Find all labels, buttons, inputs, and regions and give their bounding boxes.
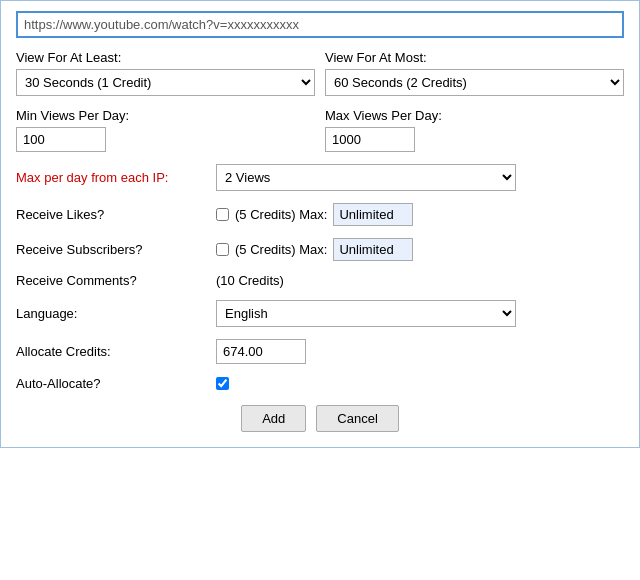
min-views-col: Min Views Per Day: — [16, 108, 315, 152]
language-row: Language: English Spanish French German … — [16, 300, 624, 327]
receive-subscribers-label: Receive Subscribers? — [16, 242, 216, 257]
max-views-input[interactable] — [325, 127, 415, 152]
main-form: View For At Least: 30 Seconds (1 Credit)… — [0, 0, 640, 448]
add-button[interactable]: Add — [241, 405, 306, 432]
receive-likes-max-input[interactable] — [333, 203, 413, 226]
receive-likes-row: Receive Likes? (5 Credits) Max: — [16, 203, 624, 226]
form-buttons: Add Cancel — [16, 405, 624, 432]
url-row — [16, 11, 624, 38]
allocate-credits-label: Allocate Credits: — [16, 344, 216, 359]
url-input[interactable] — [16, 11, 624, 38]
receive-comments-label: Receive Comments? — [16, 273, 216, 288]
auto-allocate-checkbox[interactable] — [216, 377, 229, 390]
receive-subscribers-checkbox[interactable] — [216, 243, 229, 256]
max-per-ip-select[interactable]: 2 Views 1 View 3 Views 4 Views 5 Views — [216, 164, 516, 191]
max-views-label: Max Views Per Day: — [325, 108, 624, 123]
language-label: Language: — [16, 306, 216, 321]
max-per-ip-label: Max per day from each IP: — [16, 170, 216, 185]
auto-allocate-row: Auto-Allocate? — [16, 376, 624, 391]
max-per-ip-row: Max per day from each IP: 2 Views 1 View… — [16, 164, 624, 191]
views-per-day-row: Min Views Per Day: Max Views Per Day: — [16, 108, 624, 152]
min-views-input[interactable] — [16, 127, 106, 152]
view-at-least-col: View For At Least: 30 Seconds (1 Credit)… — [16, 50, 315, 96]
receive-subscribers-group: (5 Credits) Max: — [216, 238, 624, 261]
view-at-least-select[interactable]: 30 Seconds (1 Credit) 10 Seconds (1 Cred… — [16, 69, 315, 96]
auto-allocate-label: Auto-Allocate? — [16, 376, 216, 391]
max-views-col: Max Views Per Day: — [325, 108, 624, 152]
allocate-credits-input[interactable] — [216, 339, 306, 364]
receive-subscribers-row: Receive Subscribers? (5 Credits) Max: — [16, 238, 624, 261]
receive-subscribers-max-input[interactable] — [333, 238, 413, 261]
receive-likes-checkbox[interactable] — [216, 208, 229, 221]
max-per-ip-select-wrap: 2 Views 1 View 3 Views 4 Views 5 Views — [216, 164, 624, 191]
receive-subscribers-credits: (5 Credits) Max: — [235, 242, 327, 257]
receive-comments-row: Receive Comments? (10 Credits) — [16, 273, 624, 288]
min-views-label: Min Views Per Day: — [16, 108, 315, 123]
receive-likes-group: (5 Credits) Max: — [216, 203, 624, 226]
view-duration-row: View For At Least: 30 Seconds (1 Credit)… — [16, 50, 624, 96]
view-at-least-label: View For At Least: — [16, 50, 315, 65]
view-at-most-label: View For At Most: — [325, 50, 624, 65]
receive-likes-credits: (5 Credits) Max: — [235, 207, 327, 222]
receive-likes-label: Receive Likes? — [16, 207, 216, 222]
allocate-credits-row: Allocate Credits: — [16, 339, 624, 364]
receive-comments-credits: (10 Credits) — [216, 273, 284, 288]
language-select[interactable]: English Spanish French German Italian Po… — [216, 300, 516, 327]
view-at-most-col: View For At Most: 60 Seconds (2 Credits)… — [325, 50, 624, 96]
language-select-wrap: English Spanish French German Italian Po… — [216, 300, 624, 327]
view-at-most-select[interactable]: 60 Seconds (2 Credits) 30 Seconds (1 Cre… — [325, 69, 624, 96]
cancel-button[interactable]: Cancel — [316, 405, 398, 432]
